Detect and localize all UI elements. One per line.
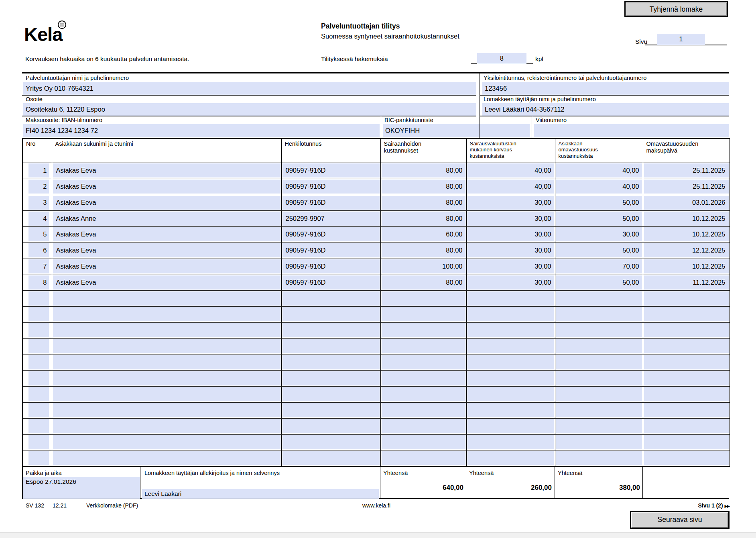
row-field-reimbursement[interactable]: 40,00 (467, 179, 554, 194)
reference-number-field[interactable] (534, 124, 729, 137)
row-field-copay[interactable] (556, 307, 642, 321)
row-field-henkilotunnus[interactable] (282, 419, 380, 433)
address-field[interactable]: Osoitekatu 6, 11220 Espoo (23, 103, 476, 116)
row-field-name[interactable] (53, 291, 280, 306)
row-field-cost[interactable]: 80,00 (382, 163, 465, 177)
row-field-due-date[interactable]: 11.12.2025 (644, 275, 729, 289)
row-field-henkilotunnus[interactable] (282, 307, 380, 321)
row-field-copay[interactable]: 40,00 (556, 179, 642, 194)
row-field-name[interactable] (53, 323, 280, 337)
row-field-nro[interactable] (28, 387, 49, 401)
row-field-cost[interactable]: 60,00 (382, 227, 465, 241)
row-field-name[interactable] (53, 403, 280, 417)
row-field-henkilotunnus[interactable]: 090597-916D (282, 243, 380, 257)
page-number-field[interactable]: 1 (657, 34, 705, 45)
row-field-nro[interactable] (28, 371, 49, 385)
row-field-copay[interactable] (556, 403, 642, 417)
row-field-due-date[interactable] (644, 387, 729, 401)
row-field-name[interactable]: Asiakas Eeva (53, 227, 280, 241)
row-field-name[interactable]: Asiakas Eeva (53, 196, 280, 210)
row-field-cost[interactable] (382, 435, 465, 449)
row-field-cost[interactable]: 80,00 (382, 243, 465, 257)
row-field-nro[interactable]: 4 (28, 212, 49, 226)
row-field-name[interactable]: Asiakas Eeva (53, 259, 280, 273)
row-field-henkilotunnus[interactable] (282, 387, 380, 401)
row-field-due-date[interactable]: 10.12.2025 (644, 259, 729, 273)
signature-field[interactable]: Leevi Lääkäri (142, 489, 379, 499)
row-field-name[interactable]: Asiakas Eeva (53, 163, 280, 177)
row-field-cost[interactable] (382, 307, 465, 321)
row-field-name[interactable]: Asiakas Eeva (53, 275, 280, 289)
row-field-name[interactable] (53, 451, 280, 465)
row-field-name[interactable] (53, 371, 280, 385)
row-field-henkilotunnus[interactable]: 090597-916D (282, 179, 380, 194)
row-field-cost[interactable] (382, 291, 465, 306)
row-field-nro[interactable]: 6 (28, 243, 49, 257)
row-field-copay[interactable] (556, 419, 642, 433)
row-field-copay[interactable] (556, 323, 642, 337)
row-field-name[interactable] (53, 339, 280, 353)
row-field-cost[interactable]: 80,00 (382, 196, 465, 210)
row-field-reimbursement[interactable] (467, 371, 554, 385)
row-field-due-date[interactable] (644, 307, 729, 321)
row-field-copay[interactable]: 70,00 (556, 259, 642, 273)
row-field-name[interactable] (53, 387, 280, 401)
row-field-cost[interactable]: 100,00 (382, 259, 465, 273)
row-field-nro[interactable] (28, 323, 49, 337)
row-field-reimbursement[interactable] (467, 291, 554, 306)
row-field-due-date[interactable] (644, 371, 729, 385)
row-field-henkilotunnus[interactable] (282, 323, 380, 337)
row-field-copay[interactable]: 30,00 (556, 227, 642, 241)
row-field-due-date[interactable] (644, 419, 729, 433)
row-field-copay[interactable] (556, 355, 642, 369)
row-field-copay[interactable]: 50,00 (556, 275, 642, 289)
row-field-copay[interactable]: 40,00 (556, 163, 642, 177)
row-field-due-date[interactable] (644, 403, 729, 417)
row-field-copay[interactable] (556, 339, 642, 353)
row-field-henkilotunnus[interactable] (282, 355, 380, 369)
row-field-due-date[interactable] (644, 451, 729, 465)
row-field-cost[interactable]: 80,00 (382, 275, 465, 289)
row-field-name[interactable]: Asiakas Eeva (53, 243, 280, 257)
row-field-copay[interactable] (556, 371, 642, 385)
row-field-nro[interactable]: 7 (28, 259, 49, 273)
row-field-nro[interactable] (28, 307, 49, 321)
website-link[interactable]: www.kela.fi (362, 502, 390, 509)
row-field-copay[interactable] (556, 387, 642, 401)
row-field-due-date[interactable]: 12.12.2025 (644, 243, 729, 257)
row-field-reimbursement[interactable] (467, 323, 554, 337)
applications-count-field[interactable]: 8 (477, 53, 526, 64)
row-field-cost[interactable] (382, 339, 465, 353)
row-field-due-date[interactable] (644, 291, 729, 306)
place-date-field[interactable]: Espoo 27.01.2026 (23, 477, 140, 499)
row-field-reimbursement[interactable]: 30,00 (467, 275, 554, 289)
next-page-button[interactable]: Seuraava sivu (630, 511, 730, 529)
provider-name-field[interactable]: Yritys Oy 010-7654321 (23, 82, 476, 95)
row-field-due-date[interactable] (644, 323, 729, 337)
row-field-reimbursement[interactable]: 30,00 (467, 259, 554, 273)
row-field-name[interactable]: Asiakas Eeva (53, 179, 280, 194)
row-field-nro[interactable]: 2 (28, 179, 49, 194)
row-field-copay[interactable]: 50,00 (556, 196, 642, 210)
row-field-reimbursement[interactable]: 30,00 (467, 243, 554, 257)
row-field-due-date[interactable]: 03.01.2026 (644, 196, 729, 210)
row-field-due-date[interactable]: 10.12.2025 (644, 212, 729, 226)
row-field-reimbursement[interactable] (467, 435, 554, 449)
row-field-henkilotunnus[interactable] (282, 371, 380, 385)
row-field-copay[interactable]: 50,00 (556, 243, 642, 257)
row-field-cost[interactable] (382, 403, 465, 417)
row-field-copay[interactable] (556, 451, 642, 465)
row-field-nro[interactable] (28, 451, 49, 465)
row-field-due-date[interactable]: 25.11.2025 (644, 179, 729, 194)
bic-field[interactable]: OKOYFIHH (383, 124, 530, 137)
row-field-nro[interactable]: 8 (28, 275, 49, 289)
row-field-nro[interactable] (28, 355, 49, 369)
row-field-nro[interactable]: 3 (28, 196, 49, 210)
row-field-cost[interactable] (382, 371, 465, 385)
row-field-due-date[interactable] (644, 339, 729, 353)
provider-id-field[interactable]: 123456 (482, 82, 729, 95)
form-filler-field[interactable]: Leevi Lääkäri 044-3567112 (482, 103, 729, 116)
row-field-nro[interactable] (28, 291, 49, 306)
row-field-nro[interactable] (28, 339, 49, 353)
row-field-henkilotunnus[interactable] (282, 451, 380, 465)
